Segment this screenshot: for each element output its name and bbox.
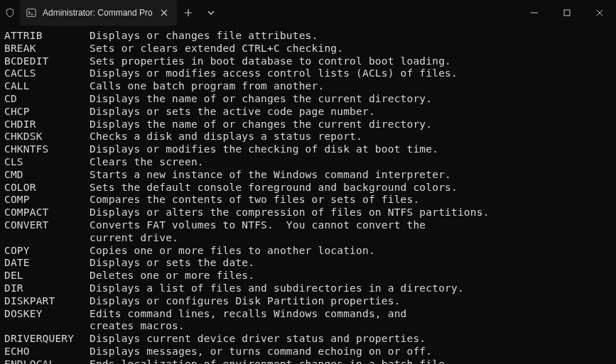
command-name: DRIVERQUERY bbox=[4, 333, 90, 346]
command-description-continued: current drive. bbox=[90, 232, 612, 245]
command-row: COMPCompares the contents of two files o… bbox=[4, 194, 612, 206]
window-titlebar: Administrator: Command Pro bbox=[0, 0, 616, 26]
window-controls bbox=[518, 0, 616, 26]
close-tab-button[interactable] bbox=[158, 7, 170, 18]
command-row: DELDeletes one or more files. bbox=[4, 270, 612, 282]
command-description: Checks a disk and displays a status repo… bbox=[90, 131, 362, 143]
command-name: ECHO bbox=[4, 346, 90, 358]
command-description: Displays or modifies access control list… bbox=[90, 67, 458, 80]
command-row: CALLCalls one batch program from another… bbox=[4, 80, 612, 93]
command-description: Clears the screen. bbox=[90, 156, 204, 169]
command-description: Converts FAT volumes to NTFS. You cannot… bbox=[90, 219, 426, 232]
command-name: ENDLOCAL bbox=[4, 358, 90, 364]
command-row: COMPACTDisplays or alters the compressio… bbox=[4, 206, 612, 219]
command-description: Ends localization of environment changes… bbox=[90, 358, 451, 364]
command-name: CD bbox=[4, 93, 90, 106]
command-description: Displays or configures Disk Partition pr… bbox=[90, 295, 401, 308]
command-description-continued: creates macros. bbox=[90, 320, 612, 333]
command-row: CHKDSKChecks a disk and displays a statu… bbox=[4, 131, 612, 143]
command-row: ATTRIBDisplays or changes file attribute… bbox=[4, 30, 612, 43]
svg-rect-3 bbox=[564, 10, 570, 16]
command-name: CLS bbox=[4, 156, 90, 169]
command-row: CACLSDisplays or modifies access control… bbox=[4, 67, 612, 80]
command-row: COPYCopies one or more files to another … bbox=[4, 245, 612, 258]
command-description: Displays the name of or changes the curr… bbox=[90, 118, 432, 131]
command-row: DIRDisplays a list of files and subdirec… bbox=[4, 282, 612, 295]
command-row: CLSClears the screen. bbox=[4, 156, 612, 169]
command-name: CMD bbox=[4, 169, 90, 182]
command-row: CONVERTConverts FAT volumes to NTFS. You… bbox=[4, 219, 612, 232]
command-description: Displays or alters the compression of fi… bbox=[90, 206, 490, 219]
command-name: CONVERT bbox=[4, 219, 90, 232]
command-name: COMP bbox=[4, 194, 90, 206]
command-name: DOSKEY bbox=[4, 308, 90, 321]
command-row: DOSKEYEdits command lines, recalls Windo… bbox=[4, 308, 612, 321]
command-row: DATEDisplays or sets the date. bbox=[4, 257, 612, 270]
command-row: CDDisplays the name of or changes the cu… bbox=[4, 93, 612, 106]
command-row: ECHODisplays messages, or turns command … bbox=[4, 346, 612, 358]
command-name: ATTRIB bbox=[4, 30, 90, 43]
command-name: BREAK bbox=[4, 43, 90, 55]
maximize-button[interactable] bbox=[551, 0, 583, 26]
command-name: DISKPART bbox=[4, 295, 90, 308]
tab-dropdown-button[interactable] bbox=[200, 0, 222, 26]
close-window-button[interactable] bbox=[583, 0, 616, 26]
command-row: BCDEDITSets properties in boot database … bbox=[4, 55, 612, 68]
command-description: Copies one or more files to another loca… bbox=[90, 245, 375, 258]
titlebar-left: Administrator: Command Pro bbox=[0, 0, 222, 26]
command-name: COLOR bbox=[4, 182, 90, 194]
command-description: Displays a list of files and subdirector… bbox=[90, 282, 464, 295]
command-description: Sets or clears extended CTRL+C checking. bbox=[90, 43, 343, 55]
command-name: COPY bbox=[4, 245, 90, 258]
command-description: Calls one batch program from another. bbox=[90, 80, 324, 93]
active-tab[interactable]: Administrator: Command Pro bbox=[20, 0, 177, 26]
new-tab-button[interactable] bbox=[177, 0, 200, 26]
command-row: DRIVERQUERYDisplays current device drive… bbox=[4, 333, 612, 346]
command-name: CHKNTFS bbox=[4, 143, 90, 156]
command-description: Edits command lines, recalls Windows com… bbox=[90, 308, 407, 321]
command-name: BCDEDIT bbox=[4, 55, 90, 68]
command-description: Compares the contents of two files or se… bbox=[90, 194, 419, 206]
svg-rect-0 bbox=[27, 9, 36, 17]
command-row: CHDIRDisplays the name of or changes the… bbox=[4, 118, 612, 131]
command-name: CHCP bbox=[4, 106, 90, 118]
command-description: Starts a new instance of the Windows com… bbox=[90, 169, 451, 182]
terminal-output[interactable]: ATTRIBDisplays or changes file attribute… bbox=[0, 26, 616, 364]
command-description: Displays current device driver status an… bbox=[90, 333, 426, 346]
minimize-button[interactable] bbox=[518, 0, 551, 26]
command-row: CHCPDisplays or sets the active code pag… bbox=[4, 106, 612, 118]
command-description: Displays or sets the date. bbox=[90, 257, 254, 270]
command-description: Sets the default console foreground and … bbox=[90, 182, 458, 194]
command-name: CALL bbox=[4, 80, 90, 93]
command-row: CMDStarts a new instance of the Windows … bbox=[4, 169, 612, 182]
command-name: CHKDSK bbox=[4, 131, 90, 143]
command-description: Displays messages, or turns command echo… bbox=[90, 346, 432, 358]
terminal-icon bbox=[26, 7, 37, 18]
command-name: COMPACT bbox=[4, 206, 90, 219]
command-description: Displays the name of or changes the curr… bbox=[90, 93, 432, 106]
command-name: CHDIR bbox=[4, 118, 90, 131]
command-name: DIR bbox=[4, 282, 90, 295]
command-name: CACLS bbox=[4, 67, 90, 80]
tab-title: Administrator: Command Pro bbox=[43, 8, 153, 18]
command-row: ENDLOCALEnds localization of environment… bbox=[4, 358, 612, 364]
admin-shield-icon bbox=[0, 8, 20, 18]
command-name: DATE bbox=[4, 257, 90, 270]
command-row: COLORSets the default console foreground… bbox=[4, 182, 612, 194]
command-description: Displays or changes file attributes. bbox=[90, 30, 318, 43]
command-name: DEL bbox=[4, 270, 90, 282]
command-description: Sets properties in boot database to cont… bbox=[90, 55, 451, 68]
command-description: Deletes one or more files. bbox=[90, 270, 254, 282]
command-row: DISKPARTDisplays or configures Disk Part… bbox=[4, 295, 612, 308]
command-description: Displays or sets the active code page nu… bbox=[90, 106, 375, 118]
command-row: BREAKSets or clears extended CTRL+C chec… bbox=[4, 43, 612, 55]
command-description: Displays or modifies the checking of dis… bbox=[90, 143, 438, 156]
command-row: CHKNTFSDisplays or modifies the checking… bbox=[4, 143, 612, 156]
